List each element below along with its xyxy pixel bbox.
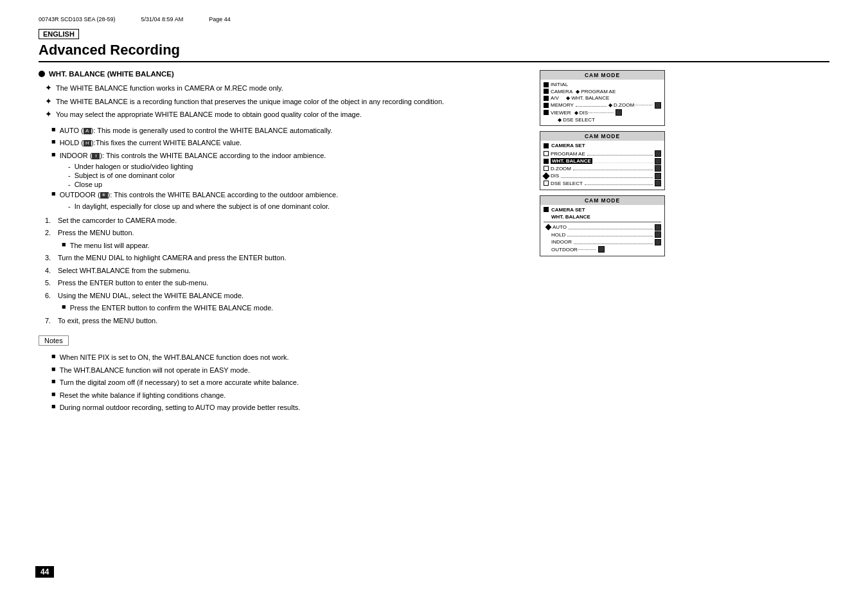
- sq-sym-hold: ■: [51, 138, 56, 148]
- notes-content: ■ When NITE PIX is set to ON, the WHT.BA…: [39, 352, 527, 413]
- d1-row-viewer: VIEWER ◆ DIS··················: [544, 109, 661, 116]
- language-badge: ENGLISH: [39, 29, 79, 39]
- note-5: ■ During normal outdoor recording, setti…: [51, 402, 527, 413]
- d2-dots-dis: [561, 177, 653, 178]
- step-2: 2. Press the MENU button.: [45, 227, 527, 238]
- sq-text-outdoor: OUTDOOR (✳): This controls the WHITE BAL…: [60, 190, 339, 200]
- d3-row-outdoor: OUTDOOR·············: [544, 246, 661, 253]
- d3-section-row: CAMERA SET: [544, 207, 661, 213]
- step-4: 4. Select WHT.BALANCE from the submenu.: [45, 265, 527, 276]
- step-text-6: Using the MENU DIAL, select the WHITE BA…: [58, 290, 244, 301]
- mode-auto: ■ AUTO (A): This mode is generally used …: [51, 125, 527, 136]
- note-text-1: When NITE PIX is set to ON, the WHT.BALA…: [60, 352, 289, 363]
- step-1: 1. Set the camcorder to CAMERA mode.: [45, 215, 527, 226]
- mode-indoor: ■ INDOOR (I): This controls the WHITE BA…: [51, 150, 527, 161]
- step-2-sub-sym: ■: [62, 240, 66, 251]
- mode-hold: ■ HOLD (H):This fixes the current WHITE …: [51, 138, 527, 148]
- auto-icon: A: [84, 128, 91, 134]
- dash-text-2: Subject is of one dominant color: [75, 172, 175, 179]
- d1-row-av: A/V ◆ WHT. BALANCE: [544, 95, 661, 101]
- d3-label-hold: HOLD: [551, 232, 565, 238]
- dash-sym-2: -: [68, 172, 71, 179]
- note-text-5: During normal outdoor recording, setting…: [60, 402, 301, 413]
- section-heading-text: WHT. BALANCE (WHITE BALANCE): [49, 70, 174, 78]
- fleur-item-3: ✦ You may select the appropriate WHITE B…: [45, 109, 527, 120]
- d1-icon-camera: [544, 89, 549, 94]
- d3-end-auto: [655, 224, 661, 231]
- section-heading: WHT. BALANCE (WHITE BALANCE): [39, 70, 527, 78]
- main-layout: WHT. BALANCE (WHITE BALANCE) ✦ The WHITE…: [39, 70, 829, 415]
- d3-dots-indoor: [574, 244, 653, 244]
- indoor-icon: I: [92, 153, 100, 159]
- step-text-5: Press the ENTER button to enter the sub-…: [58, 278, 208, 289]
- d3-end-hold: [655, 231, 661, 238]
- note-4: ■ Reset the white balance if lighting co…: [51, 390, 527, 401]
- fleur-text-2: The WHITE BALANCE is a recording functio…: [56, 96, 444, 107]
- d2-label-dis: DIS: [551, 173, 559, 179]
- d3-end-indoor: [655, 239, 661, 245]
- d1-row-dse: ◆ DSE SELECT: [544, 117, 661, 123]
- page-label: Page 44: [209, 16, 231, 22]
- d1-icon-av: [544, 96, 549, 101]
- d2-section-label: CAMERA SET: [544, 143, 661, 148]
- step-num-7: 7.: [45, 315, 55, 326]
- d1-row-initial: INITIAL: [544, 82, 661, 87]
- fleur-symbol-2: ✦: [45, 96, 52, 107]
- d2-dots-progae: [587, 155, 653, 155]
- dash-text-1: Under halogen or studio/video lighting: [75, 163, 193, 170]
- d1-label-initial: INITIAL: [551, 82, 568, 87]
- mode-outdoor: ■ OUTDOOR (✳): This controls the WHITE B…: [51, 190, 527, 200]
- diagram-2-body: CAMERA SET PROGRAM AE WHT. BALANCE: [540, 141, 664, 190]
- diagram-1-header: CAM MODE: [540, 71, 664, 80]
- sq-sym-outdoor: ■: [51, 190, 56, 200]
- note-text-2: The WHT.BALANCE function will not operat…: [60, 365, 250, 376]
- d3-sub-label: WHT. BALANCE: [551, 214, 661, 220]
- d1-end-viewer: [616, 109, 622, 116]
- step-num-1: 1.: [45, 215, 55, 226]
- d1-end-memory: [655, 102, 661, 109]
- d2-label-progae: PROGRAM AE: [551, 151, 585, 157]
- diagram-3-body: CAMERA SET WHT. BALANCE AUTO HOLD: [540, 205, 664, 256]
- page-container: 00743R SCD103 SEA (28-59) 5/31/04 8:59 A…: [0, 0, 868, 613]
- step-6-sub-sym: ■: [62, 303, 66, 314]
- step-num-3: 3.: [45, 253, 55, 263]
- numbered-steps: 1. Set the camcorder to CAMERA mode. 2. …: [39, 215, 527, 326]
- dash-sym-3: -: [68, 181, 71, 188]
- fleur-item-1: ✦ The WHITE BALANCE function works in CA…: [45, 83, 527, 94]
- d3-label-outdoor: OUTDOOR·············: [551, 247, 596, 253]
- notes-box: Notes: [39, 335, 69, 346]
- note-sym-1: ■: [51, 352, 56, 363]
- step-num-4: 4.: [45, 265, 55, 276]
- d3-row-indoor: INDOOR: [544, 239, 661, 245]
- step-5: 5. Press the ENTER button to enter the s…: [45, 278, 527, 289]
- note-text-4: Reset the white balance if lighting cond…: [60, 390, 226, 401]
- step-3: 3. Turn the MENU DIAL to highlight CAMER…: [45, 253, 527, 263]
- step-text-7: To exit, press the MENU button.: [58, 315, 157, 326]
- d2-label-dsesel: DSE SELECT: [551, 181, 583, 186]
- fleur-symbol-1: ✦: [45, 83, 52, 94]
- dash-2: - Subject is of one dominant color: [68, 172, 527, 179]
- d2-row-dzoom: D.ZOOM: [544, 165, 661, 172]
- note-text-3: Turn the digital zoom off (if necessary)…: [60, 377, 299, 388]
- note-3: ■ Turn the digital zoom off (if necessar…: [51, 377, 527, 388]
- d2-row-progae: PROGRAM AE: [544, 150, 661, 157]
- d2-dots-dsesel: [585, 184, 653, 185]
- sq-text-indoor: INDOOR (I): This controls the WHITE BALA…: [60, 150, 326, 161]
- intro-bullets: ✦ The WHITE BALANCE function works in CA…: [39, 83, 527, 120]
- d2-label-whtbal: WHT. BALANCE: [551, 158, 592, 164]
- sq-text-auto: AUTO (A): This mode is generally used to…: [60, 125, 333, 136]
- diagram-1: CAM MODE INITIAL CAMERA ◆ PROGRAM AE: [540, 70, 665, 126]
- note-sym-2: ■: [51, 365, 56, 376]
- d2-label-dzoom: D.ZOOM: [551, 166, 571, 172]
- dash-sym-1: -: [68, 163, 71, 170]
- d1-label-memory: MEMORY: [551, 102, 574, 108]
- step-text-4: Select WHT.BALANCE from the submenu.: [58, 265, 191, 276]
- outdoor-dash-text: In daylight, especially for close up and…: [75, 202, 330, 210]
- fleur-text-1: The WHITE BALANCE function works in CAME…: [56, 83, 283, 94]
- d3-icon-section: [544, 207, 549, 212]
- mode-bullets: ■ AUTO (A): This mode is generally used …: [39, 125, 527, 210]
- dash-text-3: Close up: [75, 181, 102, 188]
- diagram-3: CAM MODE CAMERA SET WHT. BALANCE AUTO: [540, 195, 665, 256]
- file-ref: 00743R SCD103 SEA (28-59): [39, 16, 116, 22]
- note-sym-3: ■: [51, 377, 56, 388]
